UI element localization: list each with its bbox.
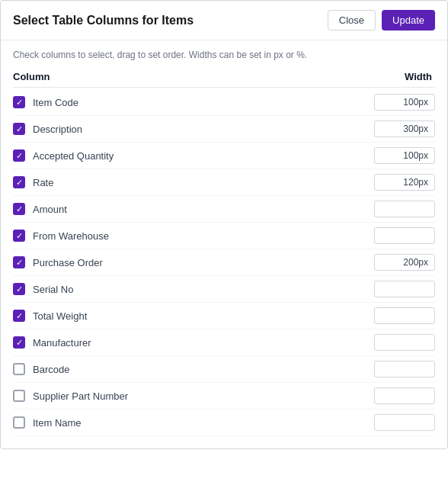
row-left-serial-no: ✓Serial No (13, 283, 73, 295)
row-left-supplier-part-number: Supplier Part Number (13, 390, 128, 402)
width-input-description[interactable] (374, 120, 435, 137)
row-left-rate: ✓Rate (13, 176, 53, 188)
update-button[interactable]: Update (382, 10, 435, 31)
table-row: ✓Item Code (13, 89, 435, 116)
table-row: ✓Amount (13, 196, 435, 223)
close-button[interactable]: Close (328, 10, 376, 31)
hint-text: Check columns to select, drag to set ord… (1, 40, 447, 66)
row-left-accepted-quantity: ✓Accepted Quantity (13, 149, 114, 162)
width-input-supplier-part-number[interactable] (374, 387, 435, 404)
row-label-amount: Amount (33, 204, 67, 215)
checkbox-purchase-order[interactable]: ✓ (13, 256, 25, 268)
row-left-purchase-order: ✓Purchase Order (13, 256, 103, 268)
table-row: ✓Accepted Quantity (13, 143, 435, 169)
checkbox-from-warehouse[interactable]: ✓ (13, 230, 25, 242)
checkbox-item-name[interactable] (13, 416, 25, 429)
width-input-item-name[interactable] (374, 414, 435, 431)
width-input-accepted-quantity[interactable] (374, 147, 435, 164)
checkbox-amount[interactable]: ✓ (13, 203, 25, 215)
row-left-amount: ✓Amount (13, 203, 67, 215)
row-label-rate: Rate (33, 177, 53, 188)
checkbox-item-code[interactable]: ✓ (13, 96, 25, 108)
width-input-rate[interactable] (374, 174, 435, 191)
checkbox-accepted-quantity[interactable]: ✓ (13, 149, 25, 162)
row-label-supplier-part-number: Supplier Part Number (33, 390, 128, 402)
row-left-total-weight: ✓Total Weight (13, 310, 87, 322)
width-input-purchase-order[interactable] (374, 254, 435, 271)
table-row: Supplier Part Number (13, 383, 435, 410)
modal-header: Select Table Columns for Items Close Upd… (1, 1, 447, 40)
row-left-barcode: Barcode (13, 363, 69, 375)
checkbox-barcode[interactable] (13, 363, 25, 375)
checkbox-rate[interactable]: ✓ (13, 176, 25, 188)
rows-container: ✓Item Code✓Description✓Accepted Quantity… (13, 89, 435, 436)
columns-table: Column Width ✓Item Code✓Description✓Acce… (1, 66, 447, 448)
row-label-purchase-order: Purchase Order (33, 257, 103, 268)
table-row: ✓Purchase Order (13, 249, 435, 276)
row-left-item-code: ✓Item Code (13, 96, 78, 108)
width-input-barcode[interactable] (374, 361, 435, 378)
table-row: Item Name (13, 410, 435, 436)
row-label-from-warehouse: From Warehouse (33, 230, 109, 242)
checkbox-serial-no[interactable]: ✓ (13, 283, 25, 295)
table-row: ✓Serial No (13, 276, 435, 303)
row-left-item-name: Item Name (13, 416, 82, 429)
width-header-label: Width (405, 71, 435, 82)
row-label-description: Description (33, 124, 82, 135)
table-row: ✓Total Weight (13, 303, 435, 329)
row-left-description: ✓Description (13, 123, 82, 135)
width-input-manufacturer[interactable] (374, 334, 435, 351)
row-left-from-warehouse: ✓From Warehouse (13, 230, 109, 242)
row-label-accepted-quantity: Accepted Quantity (33, 150, 114, 162)
checkbox-manufacturer[interactable]: ✓ (13, 336, 25, 349)
table-row: Barcode (13, 356, 435, 383)
table-row: ✓Description (13, 116, 435, 143)
width-input-total-weight[interactable] (374, 307, 435, 324)
row-label-item-name: Item Name (33, 417, 82, 429)
width-input-from-warehouse[interactable] (374, 227, 435, 244)
column-headers: Column Width (13, 66, 435, 88)
row-label-item-code: Item Code (33, 97, 78, 108)
header-buttons: Close Update (328, 10, 435, 31)
width-input-serial-no[interactable] (374, 281, 435, 297)
row-left-manufacturer: ✓Manufacturer (13, 336, 91, 349)
checkbox-supplier-part-number[interactable] (13, 390, 25, 402)
modal-title: Select Table Columns for Items (13, 14, 194, 27)
column-header-label: Column (13, 71, 50, 82)
width-input-amount[interactable] (374, 201, 435, 217)
table-row: ✓Manufacturer (13, 329, 435, 356)
checkbox-description[interactable]: ✓ (13, 123, 25, 135)
modal-container: Select Table Columns for Items Close Upd… (0, 0, 448, 449)
row-label-serial-no: Serial No (33, 284, 73, 295)
table-row: ✓From Warehouse (13, 223, 435, 249)
row-label-manufacturer: Manufacturer (33, 337, 91, 349)
checkbox-total-weight[interactable]: ✓ (13, 310, 25, 322)
table-row: ✓Rate (13, 169, 435, 196)
width-input-item-code[interactable] (374, 94, 435, 111)
row-label-total-weight: Total Weight (33, 310, 87, 322)
row-label-barcode: Barcode (33, 364, 69, 375)
